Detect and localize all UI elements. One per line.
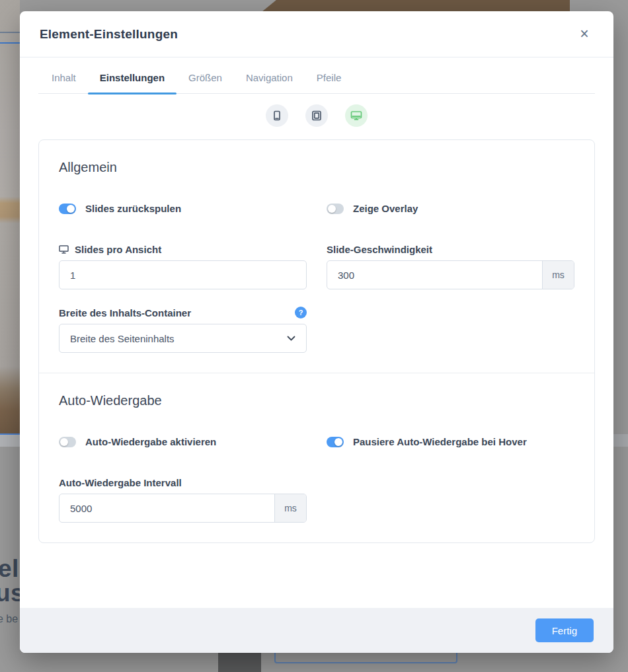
tab-pfeile[interactable]: Pfeile	[305, 72, 354, 93]
settings-card: Allgemein Slides zurückspulen Zeige Over…	[38, 139, 595, 543]
help-icon[interactable]: ?	[295, 307, 307, 318]
toggle-knob	[67, 205, 75, 213]
setting-show-overlay: Zeige Overlay	[327, 203, 574, 214]
content-width-select[interactable]: Breite des Seiteninhalts	[59, 324, 307, 353]
background-section-band-left	[0, 433, 20, 447]
modal-footer: Fertig	[20, 608, 613, 653]
setting-pause-on-hover: Pausiere Auto-Wiedergabe bei Hover	[327, 436, 574, 447]
slides-per-view-input[interactable]	[59, 261, 306, 289]
field-label-text: Auto-Wiedergabe Intervall	[59, 477, 182, 488]
toggle-knob	[60, 438, 68, 446]
setting-slides-rewind: Slides zurückspulen	[59, 203, 307, 214]
unit-suffix: ms	[542, 261, 574, 289]
toggle-knob	[334, 438, 342, 446]
chevron-down-icon	[287, 336, 295, 341]
field-content-width: Breite des Inhalts-Container ? Breite de…	[59, 307, 307, 353]
section-auto-wiedergabe: Auto-Wiedergabe Auto-Wiedergabe aktivier…	[39, 373, 594, 542]
show-overlay-toggle[interactable]	[327, 204, 344, 214]
pause-on-hover-toggle[interactable]	[327, 437, 344, 447]
tablet-device-icon[interactable]	[305, 104, 328, 127]
done-button[interactable]: Fertig	[535, 618, 594, 642]
tab-inhalt[interactable]: Inhalt	[40, 72, 88, 93]
field-autoplay-interval: Auto-Wiedergabe Intervall ms	[59, 476, 307, 523]
field-slides-per-view: Slides pro Ansicht	[59, 243, 307, 289]
tab-einstellungen[interactable]: Einstellungen	[88, 72, 177, 93]
unit-suffix: ms	[274, 494, 306, 522]
autoplay-interval-input[interactable]	[59, 494, 274, 522]
toggle-label: Zeige Overlay	[353, 203, 418, 214]
close-icon[interactable]: ×	[575, 25, 594, 44]
tab-navigation[interactable]: Navigation	[234, 72, 305, 93]
background-selection-line	[0, 42, 20, 44]
modal-header: Element-Einstellungen ×	[20, 11, 613, 57]
toggle-knob	[328, 205, 336, 213]
background-divider-line	[0, 32, 20, 33]
slide-speed-input[interactable]	[327, 261, 542, 289]
section-heading: Allgemein	[59, 160, 574, 175]
monitor-icon	[59, 245, 69, 254]
setting-autoplay-enable: Auto-Wiedergabe aktivieren	[59, 436, 307, 447]
field-label-text: Breite des Inhalts-Container	[59, 307, 191, 318]
element-settings-modal: Element-Einstellungen × Inhalt Einstellu…	[20, 11, 613, 653]
toggle-label: Pausiere Auto-Wiedergabe bei Hover	[353, 436, 527, 447]
field-label-text: Slides pro Ansicht	[75, 244, 161, 255]
device-switcher	[20, 94, 613, 139]
slides-rewind-toggle[interactable]	[59, 204, 76, 214]
section-heading: Auto-Wiedergabe	[59, 393, 574, 408]
field-slide-speed: Slide-Geschwindigkeit ms	[327, 243, 574, 289]
background-kitchen-photo-strip	[0, 0, 20, 447]
autoplay-enable-toggle[interactable]	[59, 437, 76, 447]
desktop-device-icon[interactable]	[345, 104, 368, 127]
field-label-text: Slide-Geschwindigkeit	[327, 244, 432, 255]
tab-bar: Inhalt Einstellungen Größen Navigation P…	[38, 57, 595, 94]
toggle-label: Auto-Wiedergabe aktivieren	[85, 436, 216, 447]
section-allgemein: Allgemein Slides zurückspulen Zeige Over…	[39, 140, 594, 373]
select-value: Breite des Seiteninhalts	[70, 333, 175, 344]
background-dark-block	[218, 653, 261, 672]
mobile-device-icon[interactable]	[266, 104, 288, 127]
background-section-band-right	[613, 434, 628, 447]
modal-title: Element-Einstellungen	[40, 27, 178, 42]
tab-groessen[interactable]: Größen	[177, 72, 234, 93]
background-paragraph-fragment: e be	[0, 613, 18, 625]
toggle-label: Slides zurückspulen	[85, 203, 181, 214]
